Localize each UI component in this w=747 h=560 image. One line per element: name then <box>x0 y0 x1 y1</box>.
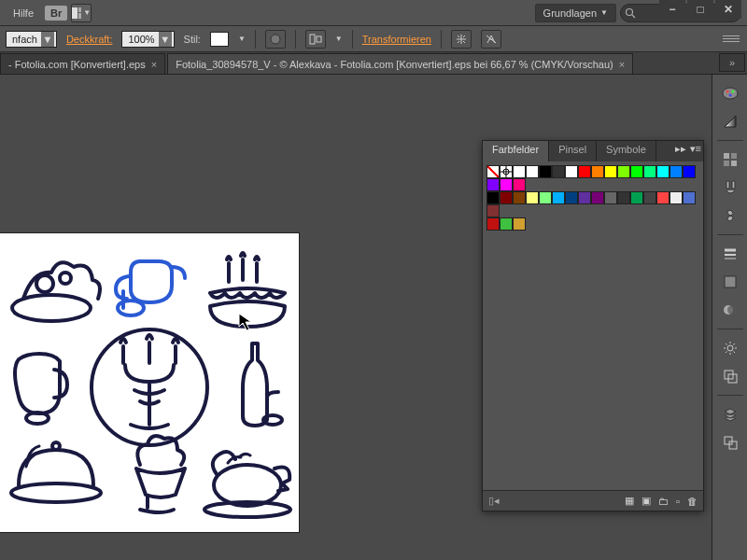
swatch-cell[interactable] <box>486 178 500 191</box>
mode-combo[interactable]: nfach▼ <box>6 31 57 48</box>
opacity-label[interactable]: Deckkraft: <box>66 34 113 45</box>
swatch-cell[interactable] <box>683 165 696 178</box>
tab-overflow-button[interactable]: » <box>719 53 745 72</box>
new-group-button[interactable]: 🗀 <box>658 496 669 507</box>
svg-point-16 <box>11 483 101 502</box>
swatch-cell[interactable] <box>604 191 617 204</box>
color-panel-button[interactable] <box>716 80 744 106</box>
isolate-button[interactable] <box>451 30 472 49</box>
artboard[interactable] <box>0 233 299 532</box>
svg-rect-0 <box>72 7 78 19</box>
swatch-cell[interactable] <box>643 165 656 178</box>
swatch-cell[interactable] <box>683 191 696 204</box>
close-button[interactable]: ✕ <box>715 0 741 19</box>
tab-symbols[interactable]: Symbole <box>597 141 656 161</box>
svg-rect-29 <box>724 161 729 166</box>
document-tab-inactive[interactable]: - Fotolia.com [Konvertiert].eps × <box>0 53 165 74</box>
close-icon[interactable]: × <box>151 59 157 70</box>
swatch-cell[interactable] <box>500 191 513 204</box>
bottle-icon <box>243 343 282 426</box>
brush-icon <box>723 179 738 196</box>
swatch-cell[interactable] <box>630 165 643 178</box>
workspace-switcher[interactable]: Grundlagen ▼ <box>535 4 616 22</box>
swatch-cell[interactable] <box>656 191 669 204</box>
options-menu-button[interactable] <box>723 31 740 46</box>
swatch-cell[interactable] <box>669 165 683 178</box>
swatch-cell[interactable] <box>539 191 552 204</box>
bridge-button[interactable]: Br <box>45 6 67 21</box>
swatch-cell[interactable] <box>526 191 539 204</box>
appearance-panel-button[interactable] <box>716 269 744 295</box>
symbols-panel-button[interactable] <box>716 203 744 229</box>
style-swatch[interactable] <box>210 32 229 47</box>
transparency-panel-button[interactable] <box>716 297 744 323</box>
panel-menu-button[interactable]: ▾≡ <box>690 143 701 155</box>
swatch-cell[interactable] <box>526 165 539 178</box>
swatch-cell[interactable] <box>486 217 500 231</box>
layers-icon <box>723 407 738 422</box>
swatch-cell[interactable] <box>486 204 500 217</box>
swatch-cell[interactable] <box>552 165 565 178</box>
tab-brushes[interactable]: Pinsel <box>549 141 597 161</box>
minimize-button[interactable]: − <box>659 0 685 19</box>
svg-point-11 <box>60 273 71 284</box>
align-button[interactable] <box>305 30 326 49</box>
close-icon[interactable]: × <box>619 59 625 70</box>
brushes-panel-button[interactable] <box>716 175 744 201</box>
delete-swatch-button[interactable]: 🗑 <box>687 496 698 507</box>
arrange-documents-button[interactable]: ▼ <box>71 4 92 22</box>
swatch-cell[interactable] <box>630 191 643 204</box>
new-swatch-button[interactable]: ▫ <box>676 496 680 507</box>
swatch-libraries-button[interactable]: ▯◂ <box>488 495 500 507</box>
artboards-panel-button[interactable] <box>716 429 744 455</box>
swatch-cell[interactable] <box>565 165 578 178</box>
align-panel-button[interactable] <box>716 335 744 361</box>
swatch-cell[interactable] <box>604 165 617 178</box>
mask-icon <box>485 33 498 46</box>
swatch-cell[interactable] <box>486 191 500 204</box>
transform-button[interactable]: Transformieren <box>362 34 431 45</box>
swatch-none[interactable] <box>486 165 500 178</box>
swatch-cell[interactable] <box>500 217 513 231</box>
swatch-cell[interactable] <box>643 191 656 204</box>
layers-panel-button[interactable] <box>716 401 744 427</box>
swatch-cell[interactable] <box>500 178 513 191</box>
swatch-cell[interactable] <box>578 165 591 178</box>
swatch-cell[interactable] <box>552 191 565 204</box>
pathfinder-panel-button[interactable] <box>716 363 744 389</box>
swatch-cell[interactable] <box>565 191 578 204</box>
swatch-cell[interactable] <box>513 165 526 178</box>
document-tab-bar: - Fotolia.com [Konvertiert].eps × Fotoli… <box>0 52 747 75</box>
opacity-combo[interactable]: 100%▼ <box>121 31 174 48</box>
swatch-cell[interactable] <box>591 191 604 204</box>
tab-swatches[interactable]: Farbfelder <box>483 141 549 161</box>
swatch-cell[interactable] <box>617 191 630 204</box>
swatch-cell[interactable] <box>539 165 552 178</box>
swatch-cell[interactable] <box>617 165 630 178</box>
document-tab-active[interactable]: Fotolia_30894578_V - © Alexkava - Fotoli… <box>167 53 633 74</box>
gradient-panel-button[interactable] <box>716 108 744 134</box>
swatch-cell[interactable] <box>656 165 669 178</box>
swatch-options-button[interactable]: ▣ <box>641 495 651 507</box>
svg-point-3 <box>627 8 633 15</box>
recolor-button[interactable] <box>265 30 286 49</box>
panel-tab-bar: Farbfelder Pinsel Symbole ▸▸ ▾≡ <box>483 141 703 161</box>
swatch-cell[interactable] <box>513 191 526 204</box>
edit-clip-button[interactable] <box>481 30 501 49</box>
swatches-panel-button[interactable] <box>716 147 744 173</box>
show-kinds-button[interactable]: ▦ <box>625 495 634 507</box>
collapse-icon[interactable]: ▸▸ <box>675 143 686 155</box>
swatch-cell[interactable] <box>591 165 604 178</box>
chevron-down-icon[interactable]: ▼ <box>238 35 246 43</box>
help-menu[interactable]: Hilfe <box>6 4 41 22</box>
swatch-cell[interactable] <box>513 178 526 191</box>
chevron-down-icon[interactable]: ▼ <box>335 35 343 43</box>
maximize-button[interactable]: □ <box>687 0 713 19</box>
stroke-panel-button[interactable] <box>716 241 744 267</box>
swatch-cell[interactable] <box>669 191 683 204</box>
swatch-cell[interactable] <box>578 191 591 204</box>
svg-point-18 <box>214 465 281 506</box>
swatch-cell[interactable] <box>513 217 526 231</box>
swatch-registration[interactable] <box>500 165 513 178</box>
workspace-label: Grundlagen <box>543 7 598 19</box>
